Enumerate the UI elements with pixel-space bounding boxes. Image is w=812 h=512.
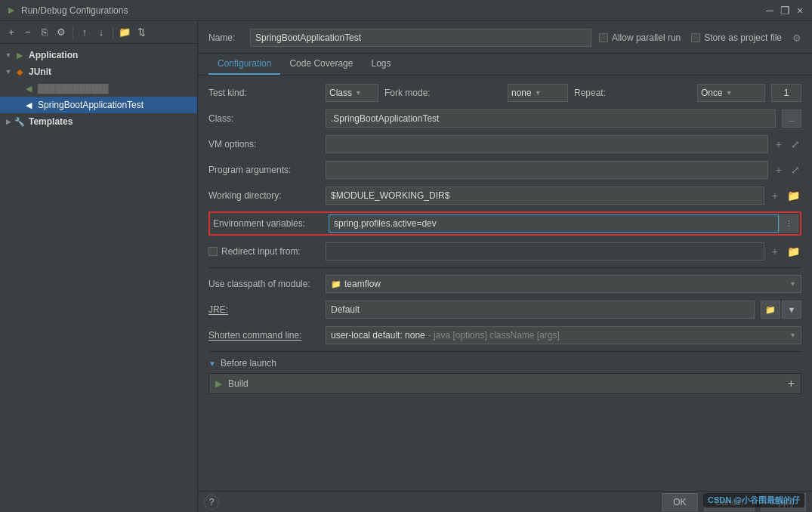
tree-label-templates: Templates [29, 116, 73, 127]
repeat-count-input[interactable] [771, 84, 801, 102]
program-args-label: Program arguments: [208, 165, 326, 175]
application-icon: ▶ [14, 49, 26, 61]
test-kind-value: Class [329, 88, 352, 98]
watermark: CSDN @小谷围最靓的仔 [703, 493, 804, 507]
before-launch-label: Before launch [221, 358, 276, 369]
env-vars-browse-button[interactable]: ⋮ [779, 214, 798, 233]
working-dir-add-icon[interactable]: + [770, 190, 780, 202]
jre-buttons: 📁 ▼ [761, 301, 801, 319]
tree-expand-junit: ▼ [3, 68, 14, 76]
build-add-button[interactable]: + [788, 377, 795, 390]
tab-code-coverage[interactable]: Code Coverage [280, 54, 362, 75]
jre-row: JRE: 📁 ▼ [208, 300, 801, 319]
remove-config-button[interactable]: − [21, 26, 35, 39]
name-input[interactable] [250, 29, 591, 47]
fork-mode-label: Fork mode: [384, 88, 502, 98]
form-content: Test kind: Class ▼ Fork mode: none ▼ Rep… [198, 76, 812, 491]
settings-gear-icon[interactable]: ⚙ [792, 32, 801, 44]
shorten-dropdown[interactable]: user-local default: none - java [options… [326, 326, 801, 344]
fork-mode-value: none [511, 88, 532, 98]
redirect-checkbox[interactable] [208, 247, 218, 256]
spring-icon-blurred: ◀ [23, 82, 35, 94]
tab-configuration[interactable]: Configuration [208, 54, 280, 75]
config-tree: ▼ ▶ Application ▼ ◆ JUnit ◀ ████████████ [0, 44, 197, 512]
tree-expand-application: ▼ [3, 51, 14, 59]
name-label: Name: [208, 32, 242, 43]
repeat-value: Once [701, 88, 723, 98]
fork-mode-dropdown[interactable]: none ▼ [508, 84, 568, 102]
vm-options-row: VM options: + ⤢ [208, 134, 801, 154]
window-title: Run/Debug Configurations [21, 5, 128, 16]
jre-label: JRE: [208, 304, 326, 315]
redirect-folder-icon[interactable]: 📁 [786, 245, 801, 258]
test-kind-row: Test kind: Class ▼ Fork mode: none ▼ Rep… [208, 83, 801, 103]
module-dropdown[interactable]: 📁 teamflow ▼ [326, 275, 801, 293]
jre-input[interactable] [326, 301, 755, 319]
working-dir-folder-icon[interactable]: 📁 [786, 190, 801, 202]
redirect-label: Redirect input from: [221, 246, 301, 257]
test-kind-arrow: ▼ [355, 89, 362, 97]
program-args-row: Program arguments: + ⤢ [208, 160, 801, 180]
shorten-controls: user-local default: none - java [options… [326, 326, 801, 344]
before-launch-arrow[interactable]: ▼ [208, 359, 216, 368]
repeat-dropdown[interactable]: Once ▼ [697, 84, 765, 102]
program-args-add-icon[interactable]: + [774, 164, 783, 176]
copy-config-button[interactable]: ⎘ [38, 26, 51, 39]
title-bar: ▶ Run/Debug Configurations ─ ❐ × [0, 0, 812, 21]
vm-options-add-icon[interactable]: + [774, 138, 783, 150]
close-button[interactable]: × [794, 5, 806, 17]
move-down-button[interactable]: ↓ [94, 26, 108, 39]
build-label: Build [228, 378, 782, 389]
program-args-input[interactable] [326, 161, 768, 179]
name-row: Name: Allow parallel run Store as projec… [198, 21, 812, 54]
tree-group-application[interactable]: ▼ ▶ Application [0, 47, 197, 63]
open-folder-button[interactable]: 📁 [118, 26, 131, 39]
tree-expand-templates: ▶ [3, 118, 14, 125]
test-kind-label: Test kind: [208, 88, 326, 98]
env-vars-row: Environment variables: ⋮ [208, 211, 801, 236]
tree-group-templates[interactable]: ▶ 🔧 Templates [0, 113, 197, 130]
working-dir-label: Working directory: [208, 190, 326, 201]
jre-dropdown-button[interactable]: ▼ [782, 301, 801, 319]
store-as-project-option: Store as project file [691, 32, 782, 43]
allow-parallel-checkbox[interactable] [599, 33, 608, 42]
help-button[interactable]: ? [204, 495, 219, 510]
toolbar-separator-2 [113, 26, 113, 39]
tab-logs[interactable]: Logs [362, 54, 400, 75]
shorten-arrow: ▼ [789, 332, 796, 339]
minimize-button[interactable]: ─ [764, 5, 776, 17]
build-row: ▶ Build + [208, 373, 801, 394]
working-dir-input[interactable] [326, 187, 764, 205]
vm-options-input[interactable] [326, 135, 768, 153]
program-args-expand-icon[interactable]: ⤢ [789, 164, 801, 176]
ok-button[interactable]: OK [662, 493, 697, 511]
left-toolbar: + − ⎘ ⚙ ↑ ↓ 📁 ⇅ [0, 21, 197, 44]
vm-options-expand-icon[interactable]: ⤢ [789, 138, 801, 150]
class-input[interactable] [326, 109, 776, 128]
class-browse-button[interactable]: ... [782, 109, 801, 128]
tree-item-blurred[interactable]: ◀ ████████████ [0, 80, 197, 97]
vm-options-label: VM options: [208, 139, 326, 150]
tree-label-blurred: ████████████ [38, 84, 109, 93]
jre-browse-button[interactable]: 📁 [761, 301, 780, 319]
module-row: Use classpath of module: 📁 teamflow ▼ [208, 274, 801, 294]
env-vars-input[interactable] [329, 214, 779, 233]
tree-item-spring-boot-test[interactable]: ◀ SpringBootApplicationTest [0, 97, 197, 113]
move-up-button[interactable]: ↑ [78, 26, 91, 39]
settings-config-button[interactable]: ⚙ [54, 26, 68, 39]
test-kind-dropdown[interactable]: Class ▼ [326, 84, 378, 102]
sort-button[interactable]: ⇅ [134, 26, 148, 39]
module-arrow: ▼ [789, 280, 796, 288]
redirect-checkbox-area: Redirect input from: [208, 246, 326, 257]
redirect-add-icon[interactable]: + [770, 245, 780, 258]
restore-button[interactable]: ❐ [779, 5, 791, 17]
shorten-value: user-local default: none [331, 330, 425, 341]
module-label: Use classpath of module: [208, 279, 326, 289]
redirect-input[interactable] [326, 242, 764, 261]
tree-group-junit[interactable]: ▼ ◆ JUnit [0, 63, 197, 80]
repeat-label: Repeat: [574, 88, 691, 98]
tabs-bar: Configuration Code Coverage Logs [198, 54, 812, 76]
store-as-project-checkbox[interactable] [691, 33, 700, 42]
build-icon: ▶ [215, 378, 222, 389]
add-config-button[interactable]: + [5, 26, 18, 39]
